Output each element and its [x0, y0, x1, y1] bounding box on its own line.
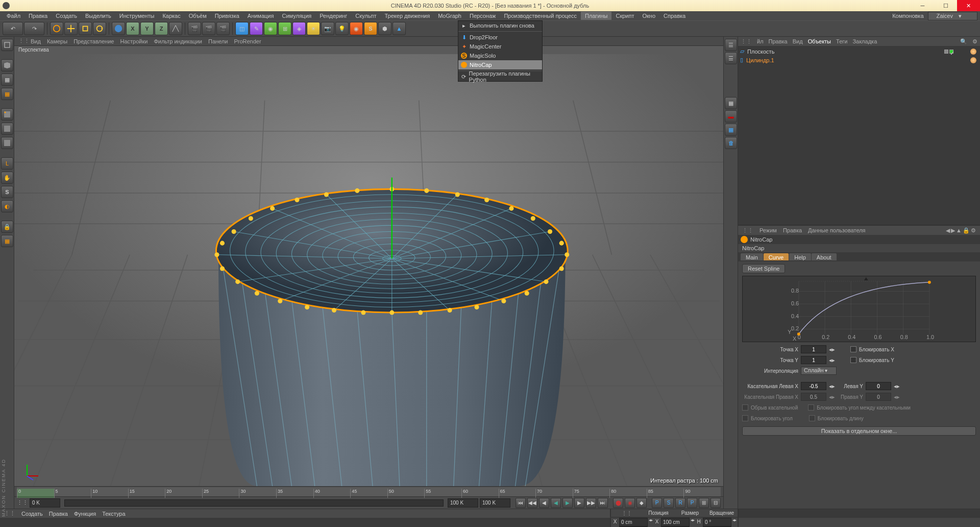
om-tab-edit[interactable]: Правка: [769, 38, 788, 44]
edge-mode[interactable]: [1, 123, 13, 135]
interp-dropdown[interactable]: Сплайн ▾: [801, 367, 837, 375]
menu-sculpt[interactable]: Скульпт: [351, 12, 380, 20]
rot-h-input[interactable]: 0 °: [703, 518, 731, 526]
om-tool-1[interactable]: ▦: [725, 97, 737, 109]
render-view[interactable]: 🎬: [188, 22, 201, 35]
close-button[interactable]: ✕: [957, 0, 980, 11]
lock-y-checkbox[interactable]: [850, 357, 856, 363]
scale-tool[interactable]: [79, 22, 92, 35]
mat-tab-func[interactable]: Функция: [74, 511, 96, 517]
view-tab-display[interactable]: Представление: [74, 38, 114, 44]
timeline-ruler[interactable]: 0 5 10 15 20 25 30 35 40 45 50 55 60 65 …: [14, 486, 723, 496]
am-opts-icon[interactable]: ⚙: [971, 227, 976, 234]
tan-ly-input[interactable]: [866, 382, 891, 390]
menu-pipeline[interactable]: Производственный процесс: [500, 12, 580, 20]
nurbs-tool[interactable]: ◉: [264, 22, 277, 35]
plugin-tool-1[interactable]: ◉: [350, 22, 363, 35]
prev-frame-button[interactable]: ◀: [539, 498, 549, 508]
record-button[interactable]: ⬤: [613, 498, 623, 508]
viewport-3d[interactable]: Интервал растра : 100 cm: [14, 54, 723, 486]
polygon-mode[interactable]: [1, 137, 13, 149]
make-editable-tool[interactable]: [1, 39, 13, 51]
cube-primitive[interactable]: ◫: [235, 22, 249, 35]
menu-animate[interactable]: Анимация: [243, 12, 278, 20]
om-opts-icon[interactable]: ⚙: [972, 38, 977, 45]
am-tab-about[interactable]: About: [812, 253, 837, 260]
timeline-start-field[interactable]: [30, 498, 60, 508]
reset-spline-button[interactable]: Reset Spline: [742, 264, 785, 273]
am-nav-fwd[interactable]: ▶: [951, 227, 955, 234]
minimize-button[interactable]: ─: [911, 0, 934, 11]
point-mode[interactable]: [1, 108, 13, 121]
play-button[interactable]: ▶: [562, 498, 573, 508]
mat-tab-create[interactable]: Создать: [21, 511, 43, 517]
model-mode[interactable]: [1, 59, 13, 71]
y-axis-lock[interactable]: Y: [140, 22, 154, 35]
environment-tool[interactable]: ☀: [307, 22, 320, 35]
menu-window[interactable]: Окно: [639, 12, 660, 20]
prev-key-button[interactable]: ◀◀: [527, 498, 537, 508]
autokey-button[interactable]: ◉: [625, 498, 635, 508]
key-rot-button[interactable]: R: [675, 498, 685, 508]
plugin-magiccenter[interactable]: ✦ MagicCenter: [458, 42, 542, 51]
z-axis-lock[interactable]: Z: [155, 22, 168, 35]
view-tab-view[interactable]: Вид: [31, 38, 41, 44]
goto-start-button[interactable]: ⏮: [516, 498, 526, 508]
point-x-input[interactable]: [801, 345, 826, 353]
texture-mode[interactable]: ▦: [1, 74, 13, 86]
pos-x-input[interactable]: 0 cm: [619, 518, 648, 526]
plugin-tool-3[interactable]: ⬢: [378, 22, 391, 35]
om-tool-3[interactable]: ▦: [725, 124, 737, 136]
menu-mesh[interactable]: Каркас: [158, 12, 184, 20]
undo-button[interactable]: ↶: [3, 22, 23, 35]
redo-button[interactable]: ↷: [24, 22, 44, 35]
show-window-button[interactable]: Показать в отдельном окне...: [742, 426, 976, 436]
menu-tools[interactable]: Инструменты: [115, 12, 159, 20]
am-tab-main[interactable]: Main: [741, 253, 763, 260]
array-tool[interactable]: ⊞: [278, 22, 291, 35]
mat-tab-tex[interactable]: Текстура: [102, 511, 125, 517]
view-tab-prorender[interactable]: ProRender: [234, 38, 261, 44]
om-tab-bookmarks[interactable]: Закладка: [852, 38, 877, 44]
menu-plugins[interactable]: Плагины: [581, 12, 612, 20]
om-tab-tags[interactable]: Теги: [836, 38, 847, 44]
workplane-mode[interactable]: ▦: [1, 88, 13, 100]
om-delete-tool[interactable]: 🗑: [725, 137, 737, 149]
rotate-tool[interactable]: [93, 22, 106, 35]
view-tab-panel[interactable]: Панели: [208, 38, 228, 44]
view-tab-cameras[interactable]: Камеры: [47, 38, 67, 44]
next-frame-button[interactable]: ▶: [574, 498, 584, 508]
plugin-tool-2[interactable]: S: [364, 22, 377, 35]
om-tool-2[interactable]: ▬: [725, 110, 737, 123]
view-tab-options[interactable]: Настройки: [120, 38, 148, 44]
next-key-button[interactable]: ▶▶: [586, 498, 596, 508]
menu-script[interactable]: Скрипт: [611, 12, 638, 20]
menu-simulate[interactable]: Симуляция: [278, 12, 315, 20]
am-tab-curve[interactable]: Curve: [764, 253, 789, 260]
object-row-plane[interactable]: ▱ Плоскость ✓: [739, 47, 979, 56]
spline-pen[interactable]: ✎: [250, 22, 263, 35]
plugin-magicsolo[interactable]: S MagicSolo: [458, 51, 542, 60]
locked-workplane[interactable]: ▦: [1, 235, 13, 247]
menu-character[interactable]: Персонаж: [465, 12, 500, 20]
am-tab-userdata[interactable]: Данные пользователя: [808, 227, 865, 233]
snap-toggle[interactable]: S: [1, 186, 13, 198]
menu-select[interactable]: Выделить: [81, 12, 115, 20]
x-axis-lock[interactable]: X: [126, 22, 139, 35]
om-filter-2[interactable]: ☰: [725, 52, 737, 64]
timeline-end-field[interactable]: [448, 498, 478, 508]
move-tool[interactable]: [64, 22, 78, 35]
keyframe-sel-button[interactable]: ◆: [636, 498, 647, 508]
layout-dropdown[interactable]: Zaicev ▾: [928, 12, 977, 20]
camera-tool[interactable]: 📷: [321, 22, 334, 35]
menu-volume[interactable]: Объём: [185, 12, 211, 20]
menu-mograph[interactable]: MoGraph: [434, 12, 465, 20]
plugin-drop2floor[interactable]: ⬇ Drop2Floor: [458, 33, 542, 42]
goto-end-button[interactable]: ⏭: [598, 498, 608, 508]
menu-tracker[interactable]: Трекер движения: [381, 12, 434, 20]
recent-tool[interactable]: [112, 22, 125, 35]
menu-snap[interactable]: Привязка: [211, 12, 243, 20]
tweak-mode[interactable]: ✋: [1, 172, 13, 184]
om-search-icon[interactable]: 🔍: [960, 38, 967, 45]
key-pla-button[interactable]: ⊞: [699, 498, 709, 508]
